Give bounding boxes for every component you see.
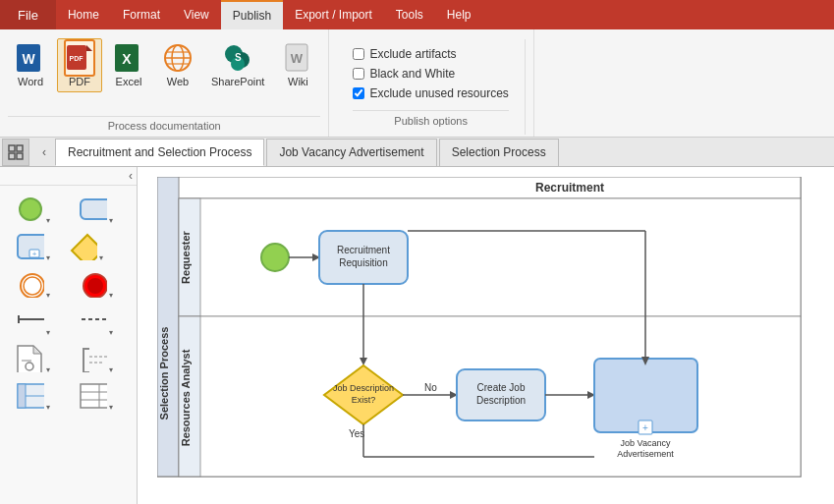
sharepoint-label: SharePoint bbox=[211, 76, 264, 88]
home-menu[interactable]: Home bbox=[56, 0, 111, 29]
svg-text:PDF: PDF bbox=[70, 55, 84, 62]
sequence-flow-tool[interactable]: ▾ bbox=[6, 304, 60, 339]
annotation-tool[interactable]: ▾ bbox=[70, 341, 124, 376]
message-flow-tool[interactable]: ▾ bbox=[70, 304, 124, 339]
web-button[interactable]: Web bbox=[155, 38, 200, 92]
subprocess-tool[interactable]: + ▾ bbox=[6, 229, 60, 264]
process-documentation-section: W Word PDF PDF bbox=[0, 29, 329, 137]
end-event-tool[interactable]: ▾ bbox=[70, 266, 124, 302]
back-button[interactable]: ‹ bbox=[33, 141, 55, 163]
wiki-icon: W bbox=[282, 42, 313, 74]
word-button[interactable]: W Word bbox=[8, 38, 53, 92]
task-tool[interactable]: ▾ bbox=[70, 192, 124, 227]
wiki-button[interactable]: W Wiki bbox=[275, 38, 320, 92]
svg-rect-52 bbox=[157, 177, 801, 198]
svg-rect-47 bbox=[81, 384, 107, 408]
svg-rect-54 bbox=[157, 177, 179, 476]
toolbox-grid: ▾ ▾ + ▾ ▾ bbox=[0, 186, 137, 420]
exclude-artifacts-option[interactable]: Exclude artifacts bbox=[353, 47, 508, 61]
wiki-label: Wiki bbox=[288, 76, 308, 88]
exclude-unused-label: Exclude unused resources bbox=[369, 86, 508, 100]
word-icon: W bbox=[15, 42, 46, 74]
web-label: Web bbox=[167, 76, 189, 88]
excel-button[interactable]: X Excel bbox=[106, 38, 151, 92]
publish-options-label: Publish options bbox=[353, 110, 508, 127]
excel-icon: X bbox=[113, 42, 144, 74]
gateway-arrow: ▾ bbox=[99, 253, 103, 262]
format-menu[interactable]: Format bbox=[111, 0, 172, 29]
ribbon-buttons: W Word PDF PDF bbox=[8, 34, 320, 114]
svg-marker-28 bbox=[72, 235, 97, 260]
svg-text:S: S bbox=[235, 52, 242, 63]
pdf-label: PDF bbox=[69, 76, 90, 88]
menu-bar: File Home Format View Publish Export / I… bbox=[0, 0, 834, 29]
intermediate-arrow: ▾ bbox=[46, 291, 50, 300]
svg-rect-22 bbox=[17, 153, 23, 159]
tabs-row: ‹ Recruitment and Selection Process Job … bbox=[0, 138, 834, 167]
view-menu[interactable]: View bbox=[172, 0, 221, 29]
black-white-label: Black and White bbox=[369, 67, 455, 81]
data-object-arrow: ▾ bbox=[46, 365, 50, 374]
svg-text:Create Job: Create Job bbox=[477, 382, 526, 393]
file-menu[interactable]: File bbox=[0, 0, 56, 29]
svg-text:W: W bbox=[291, 51, 304, 66]
start-event-tool[interactable]: ▾ bbox=[6, 192, 60, 227]
svg-text:Requisition: Requisition bbox=[339, 257, 387, 268]
tools-menu[interactable]: Tools bbox=[384, 0, 435, 29]
process-doc-label: Process documentation bbox=[8, 116, 320, 132]
pdf-button[interactable]: PDF PDF bbox=[57, 38, 102, 92]
exclude-artifacts-checkbox[interactable] bbox=[353, 48, 364, 60]
diagram-svg: Recruitment Selection Process Requester … bbox=[157, 177, 806, 481]
excel-label: Excel bbox=[116, 76, 142, 88]
exclude-unused-option[interactable]: Exclude unused resources bbox=[353, 86, 508, 100]
svg-text:Recruitment: Recruitment bbox=[337, 245, 390, 255]
svg-text:X: X bbox=[122, 51, 132, 67]
svg-rect-46 bbox=[18, 384, 26, 408]
ribbon: W Word PDF PDF bbox=[0, 29, 834, 138]
tab-recruitment[interactable]: Recruitment and Selection Process bbox=[55, 139, 264, 166]
svg-point-32 bbox=[87, 278, 103, 294]
svg-text:Requester: Requester bbox=[180, 230, 192, 284]
svg-rect-24 bbox=[81, 199, 107, 219]
pool-arrow: ▾ bbox=[46, 403, 50, 412]
tab-job-vacancy[interactable]: Job Vacancy Advertisement bbox=[266, 139, 436, 166]
exclude-artifacts-label: Exclude artifacts bbox=[369, 47, 456, 61]
pdf-icon: PDF bbox=[64, 42, 95, 74]
table-tool[interactable]: ▾ bbox=[70, 378, 124, 414]
svg-text:W: W bbox=[22, 51, 35, 67]
sharepoint-icon: S bbox=[222, 42, 253, 74]
gateway-tool[interactable]: ▾ bbox=[70, 229, 124, 264]
word-label: Word bbox=[18, 76, 43, 88]
svg-rect-20 bbox=[17, 145, 23, 151]
pool-tool[interactable]: ▾ bbox=[6, 378, 60, 414]
export-import-menu[interactable]: Export / Import bbox=[283, 0, 384, 29]
svg-text:Recruitment: Recruitment bbox=[535, 181, 604, 195]
data-object-tool[interactable]: ▾ bbox=[6, 341, 60, 376]
main-area: ‹ ▾ ▾ + ▾ bbox=[0, 167, 834, 504]
grid-view-button[interactable] bbox=[2, 139, 29, 166]
svg-text:Description: Description bbox=[476, 395, 526, 406]
svg-text:Advertisement: Advertisement bbox=[617, 449, 674, 459]
subprocess-arrow: ▾ bbox=[46, 253, 50, 262]
canvas-area: Recruitment Selection Process Requester … bbox=[138, 167, 834, 504]
toolbox-collapse: ‹ bbox=[0, 167, 137, 186]
svg-text:Yes: Yes bbox=[349, 428, 364, 439]
exclude-unused-checkbox[interactable] bbox=[353, 87, 364, 99]
tab-selection-process[interactable]: Selection Process bbox=[439, 139, 559, 166]
publish-options-list: Exclude artifacts Black and White Exclud… bbox=[337, 39, 525, 135]
black-white-option[interactable]: Black and White bbox=[353, 67, 508, 81]
message-flow-arrow: ▾ bbox=[109, 328, 113, 337]
grid-icon bbox=[8, 144, 24, 160]
black-white-checkbox[interactable] bbox=[353, 68, 364, 80]
svg-rect-21 bbox=[9, 153, 15, 159]
svg-text:Job Description: Job Description bbox=[333, 383, 394, 393]
sharepoint-button[interactable]: S SharePoint bbox=[204, 38, 271, 92]
help-menu[interactable]: Help bbox=[435, 0, 483, 29]
publish-menu[interactable]: Publish bbox=[221, 0, 283, 29]
annotation-arrow: ▾ bbox=[109, 365, 113, 374]
end-event-arrow: ▾ bbox=[109, 291, 113, 300]
collapse-toolbox-button[interactable]: ‹ bbox=[129, 169, 133, 183]
svg-point-62 bbox=[261, 244, 289, 271]
intermediate-event-tool[interactable]: ▾ bbox=[6, 266, 60, 302]
svg-text:+: + bbox=[31, 250, 36, 258]
